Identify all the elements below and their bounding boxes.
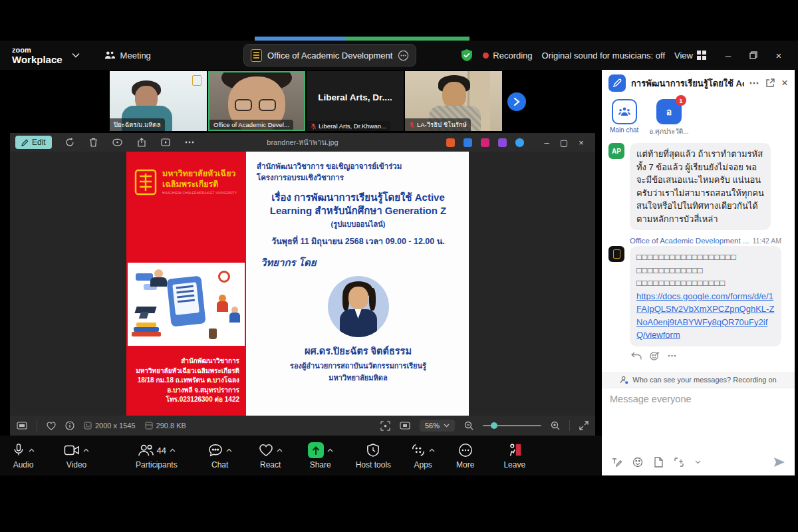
shield-icon	[366, 443, 380, 458]
chat-messages[interactable]: AP แต่ท้ายที่สุดแล้ว ถ้าเราทำตามรหัส ทั้…	[602, 140, 795, 372]
message-sender-row: Office of Academic Development ... 11:42…	[630, 237, 788, 245]
zoom-slider[interactable]	[483, 425, 541, 426]
chat-button[interactable]: Chat	[208, 442, 232, 469]
zoom-out-icon[interactable]	[464, 421, 473, 430]
leave-button[interactable]: Leave	[503, 442, 525, 469]
video-tile-1[interactable]: ปิยะฉัตร/ม.มหิดล	[110, 71, 207, 131]
rotate-icon[interactable]	[65, 138, 74, 147]
video-button[interactable]: Video	[64, 442, 89, 469]
delete-icon[interactable]	[89, 138, 98, 147]
send-icon[interactable]	[773, 457, 785, 467]
chevron-up-icon[interactable]	[327, 448, 333, 452]
restore-button[interactable]	[741, 44, 766, 66]
emoji-icon[interactable]	[632, 457, 643, 467]
next-participants-button[interactable]	[507, 92, 526, 111]
app-chip-photos-icon[interactable]	[446, 138, 455, 147]
zoom-slider-knob[interactable]	[491, 422, 497, 429]
apps-button[interactable]: Apps	[411, 442, 435, 469]
participants-count: 44	[157, 446, 166, 456]
dm-chat-label: อ.ศุภประวัติ...	[649, 126, 688, 136]
security-shield-icon[interactable]	[460, 49, 473, 62]
tab-main-chat[interactable]: Main chat	[610, 99, 638, 136]
main-chat-label: Main chat	[610, 126, 638, 134]
university-name-english: HUACHIEW CHALERMPRAKIET UNIVERSITY	[162, 191, 237, 195]
brand-zoom: zoom	[12, 47, 63, 54]
chevron-up-icon[interactable]	[29, 448, 35, 452]
participants-icon	[138, 444, 154, 457]
audio-button[interactable]: Audio	[12, 442, 35, 469]
minimize-button[interactable]: –	[716, 44, 741, 66]
chevron-up-icon[interactable]	[226, 448, 232, 452]
undisplayable-text: □□□□□□□□□□□□□□□□□□ □□□□□□□□□□□□ □□□□□□□□…	[636, 251, 775, 290]
more-button[interactable]: More	[456, 442, 474, 469]
google-form-link[interactable]: https://docs.google.com/forms/d/e/1FAIpQ…	[636, 290, 775, 342]
group-chat-icon	[618, 106, 631, 117]
privacy-notice[interactable]: Who can see your messages? Recording on	[602, 372, 795, 388]
app-chip-clipchamp-icon[interactable]	[481, 138, 489, 147]
leave-door-icon	[507, 443, 523, 458]
participant-name-label: ปิยะฉัตร/ม.มหิดล	[110, 118, 165, 131]
meeting-title-pill[interactable]: Office of Academic Development	[243, 44, 416, 66]
format-text-icon[interactable]	[611, 457, 622, 467]
close-chat-icon[interactable]: ×	[781, 76, 788, 90]
photos-close-button[interactable]: ×	[573, 138, 590, 148]
zoom-in-icon[interactable]	[551, 421, 560, 430]
edit-button[interactable]: Edit	[15, 136, 52, 149]
zoom-level-dropdown[interactable]: 56%	[420, 420, 455, 432]
message-input[interactable]: Message everyone	[602, 388, 795, 449]
chevron-up-icon[interactable]	[170, 448, 176, 452]
photos-statusbar: 2000 x 1545 290.8 KB 56%	[10, 416, 595, 436]
university-logo-icon	[251, 49, 262, 62]
video-tile-3[interactable]: Liberal Arts, Dr.... Liberal Arts, Dr.Kh…	[307, 71, 404, 131]
fullscreen-icon[interactable]	[579, 421, 589, 430]
reply-icon[interactable]	[631, 352, 642, 360]
fit-screen-icon[interactable]	[400, 422, 410, 430]
university-seal-icon	[613, 249, 620, 259]
focus-frame-icon[interactable]	[380, 421, 390, 431]
chevron-down-icon[interactable]	[72, 53, 80, 58]
share-button[interactable]: Share	[308, 442, 333, 469]
unread-badge: 1	[676, 95, 686, 106]
original-sound-status[interactable]: Original sound for musicians: off	[542, 51, 665, 61]
video-tile-4[interactable]: LA-วีรธิป ชิโนรักษ์	[405, 71, 502, 131]
close-button[interactable]: ×	[766, 44, 791, 66]
photos-minimize-button[interactable]: –	[538, 138, 555, 148]
recording-indicator[interactable]: Recording	[483, 51, 532, 61]
more-icon[interactable]	[185, 141, 194, 144]
chat-input-toolbar	[602, 449, 795, 475]
more-ellipsis-icon	[458, 443, 473, 458]
add-reaction-icon[interactable]	[650, 351, 660, 361]
screenshot-icon[interactable]	[674, 457, 684, 467]
circled-ellipsis-icon[interactable]	[398, 50, 409, 61]
participants-button[interactable]: 44 Participants	[136, 442, 178, 469]
chevron-up-icon[interactable]	[429, 448, 435, 452]
chat-panel-title: การพัฒนาการเรียนรู้โดยใช้ Ac...	[631, 76, 744, 90]
chevron-up-icon[interactable]	[83, 448, 89, 452]
video-tile-2-active-speaker[interactable]: Office of Academic Devel...	[208, 71, 305, 131]
chevron-down-icon[interactable]	[695, 460, 701, 464]
react-button[interactable]: React	[259, 442, 283, 469]
popout-icon[interactable]	[765, 78, 775, 88]
filmstrip-icon[interactable]	[17, 422, 27, 430]
share-icon[interactable]	[137, 138, 146, 147]
whiteboard-pen-icon[interactable]	[608, 74, 626, 92]
tab-meeting[interactable]: Meeting	[104, 50, 151, 61]
share-label: Share	[310, 460, 331, 469]
video-frame-icon[interactable]	[161, 138, 170, 146]
photos-restore-button[interactable]: ▢	[555, 138, 573, 148]
attach-file-icon[interactable]	[654, 457, 663, 467]
dm-avatar-letter: อ	[666, 104, 672, 119]
zoom-titlebar: zoom Workplace Meeting Office of Academi…	[0, 41, 798, 70]
chevron-up-icon[interactable]	[277, 448, 283, 452]
tab-direct-message[interactable]: อ 1 อ.ศุภประวัติ...	[649, 99, 688, 136]
app-chip-purple-icon[interactable]	[498, 138, 507, 147]
app-chip-onedrive-icon[interactable]	[515, 138, 524, 147]
view-button[interactable]: View	[674, 51, 706, 61]
app-chip-designer-icon[interactable]	[464, 138, 472, 147]
more-ellipsis-icon[interactable]	[668, 354, 676, 357]
info-icon[interactable]	[65, 421, 74, 430]
more-ellipsis-icon[interactable]	[749, 82, 759, 84]
favorite-heart-icon[interactable]	[47, 422, 56, 430]
host-tools-button[interactable]: Host tools	[356, 442, 391, 469]
slideshow-icon[interactable]	[112, 138, 122, 146]
